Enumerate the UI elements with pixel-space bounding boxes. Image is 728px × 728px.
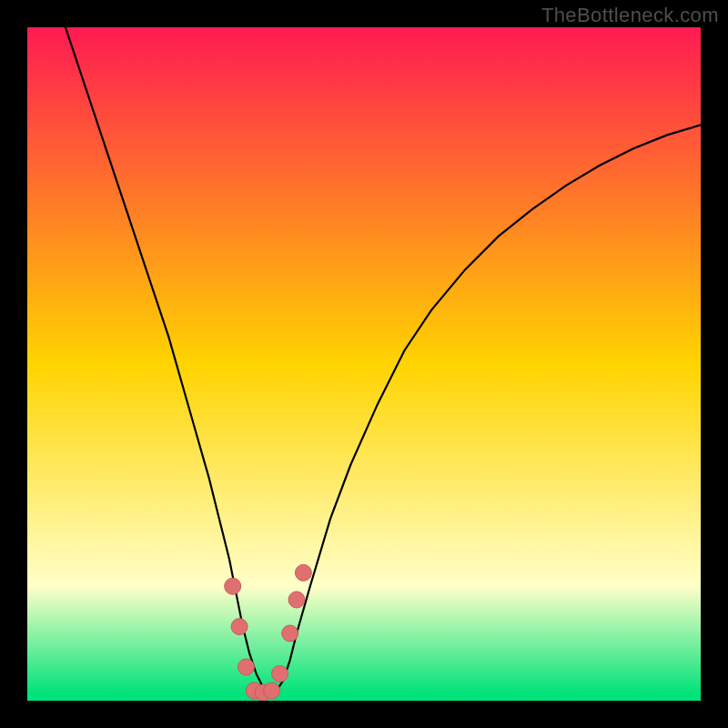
marker-dot bbox=[225, 578, 241, 594]
bottleneck-chart bbox=[27, 27, 701, 701]
marker-dot bbox=[295, 564, 311, 581]
attribution-label: TheBottleneck.com bbox=[541, 4, 719, 27]
outer-frame: TheBottleneck.com bbox=[0, 0, 728, 728]
marker-dot bbox=[231, 619, 248, 635]
marker-dot bbox=[272, 665, 288, 682]
marker-dot bbox=[264, 682, 280, 699]
chart-canvas bbox=[27, 27, 701, 701]
marker-dot bbox=[282, 625, 298, 642]
marker-dot bbox=[288, 592, 305, 608]
gradient-background bbox=[27, 27, 701, 701]
marker-dot bbox=[238, 659, 255, 675]
